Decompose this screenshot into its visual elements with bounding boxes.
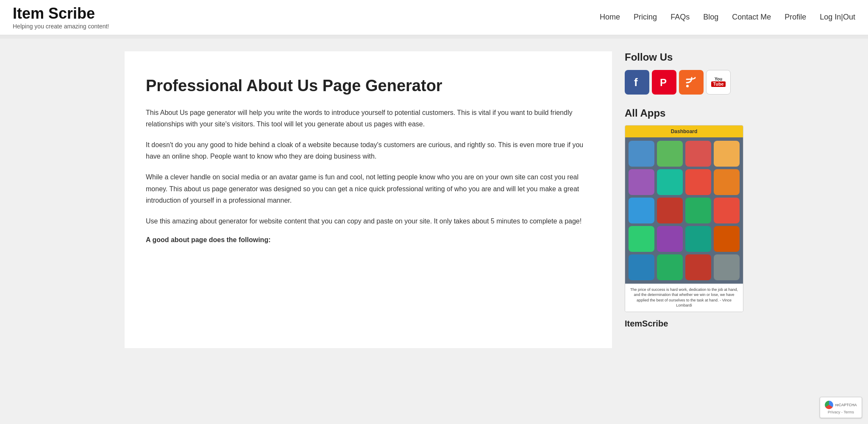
nav-item-contact-me[interactable]: Contact Me — [732, 13, 771, 22]
nav-item-blog[interactable]: Blog — [703, 13, 718, 22]
header: Item Scribe Helping you create amazing c… — [0, 0, 868, 35]
content-area: Professional About Us Page Generator Thi… — [125, 51, 612, 348]
apps-thumb-footer: The price of success is hard work, dedic… — [625, 284, 743, 312]
header-separator — [0, 35, 868, 39]
apps-thumbnail[interactable]: Dashboard The price of success is hard w… — [625, 125, 743, 312]
app-icon[interactable] — [657, 198, 683, 223]
app-icon[interactable] — [657, 141, 683, 167]
app-icon[interactable] — [714, 254, 740, 280]
facebook-icon[interactable]: f — [625, 70, 649, 95]
app-icon[interactable] — [714, 169, 740, 195]
brand: Item Scribe Helping you create amazing c… — [13, 5, 109, 30]
paragraphs-container: This About Us page generator will help y… — [146, 107, 591, 227]
content-paragraph: Use this amazing about generator for web… — [146, 215, 591, 227]
rss-icon[interactable] — [679, 70, 704, 95]
app-icon[interactable] — [685, 198, 711, 223]
app-icon[interactable] — [685, 254, 711, 280]
app-icon[interactable] — [714, 226, 740, 252]
main-layout: Professional About Us Page Generator Thi… — [116, 51, 752, 348]
app-icon[interactable] — [629, 226, 654, 252]
app-icon[interactable] — [685, 141, 711, 167]
itemscribe-label: ItemScribe — [625, 319, 743, 329]
app-icon[interactable] — [629, 141, 654, 167]
svg-text:f: f — [634, 76, 638, 89]
youtube-icon[interactable]: You Tube — [706, 70, 731, 95]
content-paragraph: This About Us page generator will help y… — [146, 107, 591, 130]
content-paragraph: While a clever handle on social media or… — [146, 171, 591, 206]
app-icon[interactable] — [714, 198, 740, 223]
nav-item-pricing[interactable]: Pricing — [634, 13, 657, 22]
bold-line: A good about page does the following: — [146, 236, 591, 244]
nav-item-login-logout[interactable]: Log In|Out — [820, 13, 855, 22]
app-icon[interactable] — [629, 198, 654, 223]
app-icon[interactable] — [685, 169, 711, 195]
all-apps-title: All Apps — [625, 107, 743, 119]
svg-point-2 — [686, 85, 689, 87]
brand-tagline: Helping you create amazing content! — [13, 23, 109, 30]
nav-item-profile[interactable]: Profile — [785, 13, 806, 22]
app-icon[interactable] — [629, 169, 654, 195]
sidebar: Follow Us fP You Tube All Apps Dashboard… — [625, 51, 743, 329]
main-nav: HomePricingFAQsBlogContact MeProfileLog … — [600, 13, 855, 22]
app-icon[interactable] — [685, 226, 711, 252]
app-icon[interactable] — [629, 254, 654, 280]
social-icons: fP You Tube — [625, 70, 743, 95]
svg-text:P: P — [660, 77, 667, 88]
apps-thumb-body — [625, 137, 743, 284]
nav-item-home[interactable]: Home — [600, 13, 620, 22]
nav-item-faqs[interactable]: FAQs — [670, 13, 690, 22]
pinterest-icon[interactable]: P — [652, 70, 676, 95]
page-heading: Professional About Us Page Generator — [146, 77, 591, 95]
app-icon[interactable] — [657, 226, 683, 252]
app-icon[interactable] — [657, 169, 683, 195]
follow-us-title: Follow Us — [625, 51, 743, 63]
brand-title[interactable]: Item Scribe — [13, 5, 109, 22]
content-paragraph: It doesn't do you any good to hide behin… — [146, 139, 591, 162]
app-icon[interactable] — [714, 141, 740, 167]
apps-thumb-header: Dashboard — [625, 126, 743, 137]
app-icon[interactable] — [657, 254, 683, 280]
